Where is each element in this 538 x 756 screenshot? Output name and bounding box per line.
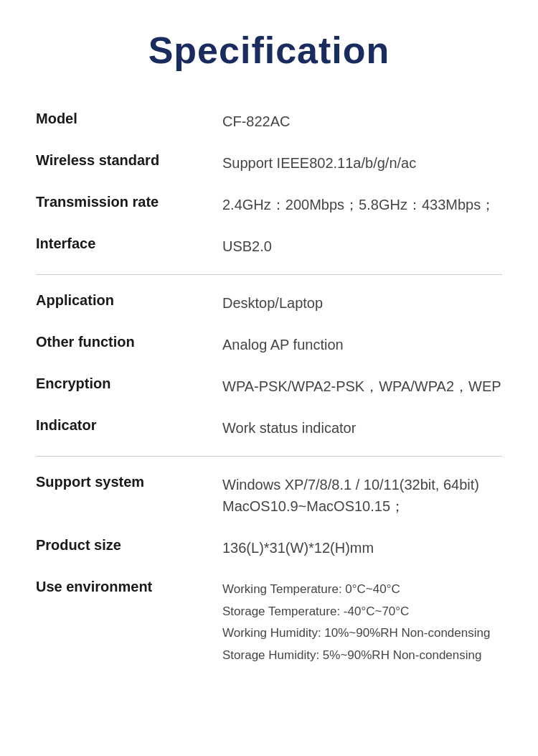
spec-value: Analog AP function — [222, 334, 502, 355]
spec-label: Transmission rate — [36, 194, 222, 210]
spec-value: USB2.0 — [222, 235, 502, 257]
spec-label: Encryption — [36, 375, 222, 392]
spec-row: Product size136(L)*31(W)*12(H)mm — [36, 527, 502, 569]
spec-value: 136(L)*31(W)*12(H)mm — [222, 537, 502, 559]
spec-label: Application — [36, 292, 222, 309]
spec-label: Product size — [36, 537, 222, 554]
spec-table: ModelCF-822ACWireless standardSupport IE… — [36, 101, 502, 676]
spec-label: Use environment — [36, 579, 222, 595]
spec-label: Other function — [36, 334, 222, 350]
spec-row: InterfaceUSB2.0 — [36, 225, 502, 267]
spec-value: WPA-PSK/WPA2-PSK，WPA/WPA2，WEP — [222, 375, 502, 397]
spec-row: IndicatorWork status indicator — [36, 407, 502, 449]
spec-row: ApplicationDesktop/Laptop — [36, 282, 502, 324]
spec-label: Support system — [36, 474, 222, 490]
spec-section-0: ModelCF-822ACWireless standardSupport IE… — [36, 101, 502, 267]
spec-row: Wireless standardSupport IEEE802.11a/b/g… — [36, 142, 502, 184]
section-divider — [36, 274, 502, 275]
spec-row: EncryptionWPA-PSK/WPA2-PSK，WPA/WPA2，WEP — [36, 365, 502, 407]
spec-section-1: ApplicationDesktop/LaptopOther functionA… — [36, 282, 502, 449]
spec-section-2: Support systemWindows XP/7/8/8.1 / 10/11… — [36, 464, 502, 676]
spec-row: Support systemWindows XP/7/8/8.1 / 10/11… — [36, 464, 502, 527]
spec-label: Indicator — [36, 417, 222, 434]
spec-label: Interface — [36, 235, 222, 252]
section-divider — [36, 456, 502, 457]
spec-value: Desktop/Laptop — [222, 292, 502, 314]
spec-value: Working Temperature: 0°C~40°CStorage Tem… — [222, 579, 502, 666]
spec-row: ModelCF-822AC — [36, 101, 502, 142]
page-container: Specification ModelCF-822ACWireless stan… — [0, 0, 538, 756]
spec-value: Support IEEE802.11a/b/g/n/ac — [222, 152, 502, 174]
spec-label: Model — [36, 111, 222, 127]
spec-value: Windows XP/7/8/8.1 / 10/11(32bit, 64bit)… — [222, 474, 502, 517]
spec-value: 2.4GHz：200Mbps；5.8GHz：433Mbps； — [222, 194, 502, 215]
spec-row: Other functionAnalog AP function — [36, 324, 502, 365]
page-title: Specification — [36, 29, 502, 72]
spec-value: CF-822AC — [222, 111, 502, 132]
spec-value: Work status indicator — [222, 417, 502, 439]
spec-row: Transmission rate2.4GHz：200Mbps；5.8GHz：4… — [36, 184, 502, 225]
spec-label: Wireless standard — [36, 152, 222, 169]
spec-row: Use environmentWorking Temperature: 0°C~… — [36, 569, 502, 676]
